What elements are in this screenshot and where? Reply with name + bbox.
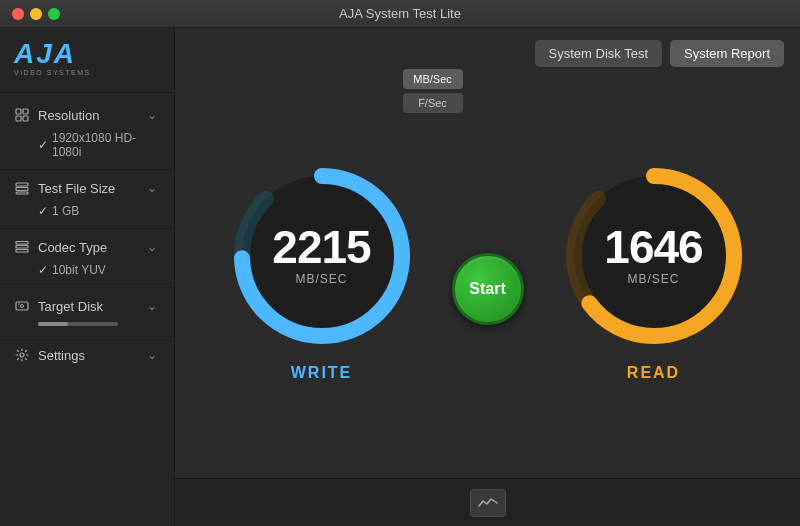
- logo-area: AJA VIDEO SYSTEMS: [0, 40, 174, 93]
- test-file-size-value: ✓ 1 GB: [0, 202, 174, 224]
- start-button[interactable]: Start: [452, 253, 524, 325]
- codec-type-label: Codec Type: [38, 240, 144, 255]
- maximize-button[interactable]: [48, 8, 60, 20]
- codec-type-icon: [14, 239, 30, 255]
- aja-logo: AJA VIDEO SYSTEMS: [14, 40, 160, 76]
- write-value: 2215: [272, 223, 370, 269]
- start-button-wrap: Start: [452, 253, 524, 325]
- bottom-bar: [175, 478, 800, 526]
- svg-rect-3: [23, 116, 28, 121]
- svg-rect-2: [16, 116, 21, 121]
- sidebar-item-settings[interactable]: Settings ⌄: [0, 341, 174, 369]
- gauges-row: 2215 MB/SEC WRITE Start: [222, 156, 754, 382]
- target-disk-icon: [14, 298, 30, 314]
- write-gauge: 2215 MB/SEC: [222, 156, 422, 356]
- divider-2: [0, 228, 174, 229]
- write-value-wrap: 2215 MB/SEC: [272, 223, 370, 285]
- resolution-chevron: ⌄: [144, 108, 160, 122]
- svg-rect-10: [16, 302, 28, 310]
- svg-point-13: [20, 353, 24, 357]
- target-disk-scrollbar[interactable]: [38, 322, 118, 326]
- resolution-label: Resolution: [38, 108, 144, 123]
- divider-1: [0, 169, 174, 170]
- window-title: AJA System Test Lite: [339, 6, 461, 21]
- resolution-value: ✓ 1920x1080 HD-1080i: [0, 129, 174, 165]
- read-value-wrap: 1646 MB/SEC: [604, 223, 702, 285]
- codec-type-chevron: ⌄: [144, 240, 160, 254]
- codec-type-value: ✓ 10bit YUV: [0, 261, 174, 283]
- sidebar-item-target-disk[interactable]: Target Disk ⌄: [0, 292, 174, 320]
- svg-rect-1: [23, 109, 28, 114]
- gauges-area: MB/Sec F/Sec: [175, 79, 800, 478]
- read-label: READ: [627, 364, 680, 382]
- settings-icon: [14, 347, 30, 363]
- write-unit: MB/SEC: [272, 271, 370, 285]
- svg-rect-0: [16, 109, 21, 114]
- mb-sec-button[interactable]: MB/Sec: [403, 69, 463, 89]
- settings-chevron: ⌄: [144, 348, 160, 362]
- divider-3: [0, 287, 174, 288]
- svg-rect-7: [16, 242, 28, 245]
- target-disk-chevron: ⌄: [144, 299, 160, 313]
- minimize-button[interactable]: [30, 8, 42, 20]
- aja-logo-text: AJA: [14, 40, 76, 68]
- read-unit: MB/SEC: [604, 271, 702, 285]
- system-report-button[interactable]: System Report: [670, 40, 784, 67]
- sidebar-item-resolution[interactable]: Resolution ⌄: [0, 101, 174, 129]
- window-controls: [12, 8, 60, 20]
- read-value: 1646: [604, 223, 702, 269]
- resolution-icon: [14, 107, 30, 123]
- svg-point-11: [21, 305, 24, 308]
- sidebar-item-codec-type[interactable]: Codec Type ⌄: [0, 233, 174, 261]
- svg-rect-6: [16, 192, 28, 194]
- title-bar: AJA System Test Lite: [0, 0, 800, 28]
- target-disk-label: Target Disk: [38, 299, 144, 314]
- test-file-size-label: Test File Size: [38, 181, 144, 196]
- test-file-size-chevron: ⌄: [144, 181, 160, 195]
- read-gauge: 1646 MB/SEC: [554, 156, 754, 356]
- unit-selector: MB/Sec F/Sec: [403, 69, 463, 113]
- aja-logo-subtitle: VIDEO SYSTEMS: [14, 69, 91, 76]
- app-body: AJA VIDEO SYSTEMS Resolution ⌄ ✓ 1920x10…: [0, 28, 800, 526]
- f-sec-button[interactable]: F/Sec: [403, 93, 463, 113]
- svg-rect-4: [16, 183, 28, 186]
- settings-label: Settings: [38, 348, 144, 363]
- write-gauge-wrap: 2215 MB/SEC WRITE: [222, 156, 422, 382]
- svg-rect-9: [16, 250, 28, 253]
- test-file-size-icon: [14, 180, 30, 196]
- svg-rect-5: [16, 188, 28, 191]
- sidebar: AJA VIDEO SYSTEMS Resolution ⌄ ✓ 1920x10…: [0, 28, 175, 526]
- chart-icon-button[interactable]: [470, 489, 506, 517]
- write-label: WRITE: [291, 364, 353, 382]
- divider-4: [0, 336, 174, 337]
- read-gauge-wrap: 1646 MB/SEC READ: [554, 156, 754, 382]
- content-header: System Disk Test System Report: [175, 28, 800, 79]
- target-disk-scroll-thumb: [38, 322, 68, 326]
- svg-rect-8: [16, 246, 28, 249]
- sidebar-item-test-file-size[interactable]: Test File Size ⌄: [0, 174, 174, 202]
- content-area: System Disk Test System Report MB/Sec F/…: [175, 28, 800, 526]
- close-button[interactable]: [12, 8, 24, 20]
- system-disk-test-button[interactable]: System Disk Test: [535, 40, 662, 67]
